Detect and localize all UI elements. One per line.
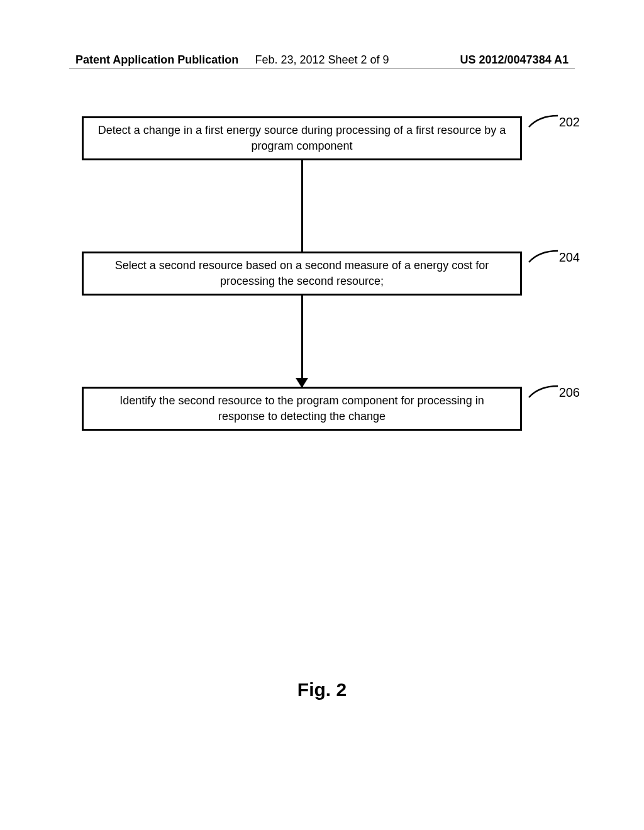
header-center-text: Feb. 23, 2012 Sheet 2 of 9 bbox=[255, 53, 389, 67]
flow-step-3-text: Identify the second resource to the prog… bbox=[96, 393, 508, 424]
callout-line-1 bbox=[528, 114, 559, 128]
header-left-text: Patent Application Publication bbox=[75, 53, 238, 67]
callout-line-3 bbox=[528, 385, 559, 399]
flow-step-1-text: Detect a change in a first energy source… bbox=[96, 123, 508, 154]
flowchart-diagram: Detect a change in a first energy source… bbox=[82, 116, 522, 431]
header-divider bbox=[69, 68, 575, 69]
callout-line-2 bbox=[528, 250, 559, 263]
flow-step-1-label: 202 bbox=[559, 113, 580, 131]
flow-step-3-label: 206 bbox=[559, 384, 580, 401]
flow-step-3: Identify the second resource to the prog… bbox=[82, 387, 522, 431]
connector-1 bbox=[301, 160, 303, 252]
flow-step-2: Select a second resource based on a seco… bbox=[82, 252, 522, 296]
connector-2 bbox=[301, 296, 303, 387]
flow-step-1: Detect a change in a first energy source… bbox=[82, 116, 522, 160]
flow-step-2-text: Select a second resource based on a seco… bbox=[96, 258, 508, 289]
flow-step-2-label: 204 bbox=[559, 248, 580, 266]
figure-caption: Fig. 2 bbox=[297, 679, 347, 700]
page-header: Patent Application Publication Feb. 23, … bbox=[0, 53, 644, 67]
header-right-text: US 2012/0047384 A1 bbox=[460, 53, 569, 67]
